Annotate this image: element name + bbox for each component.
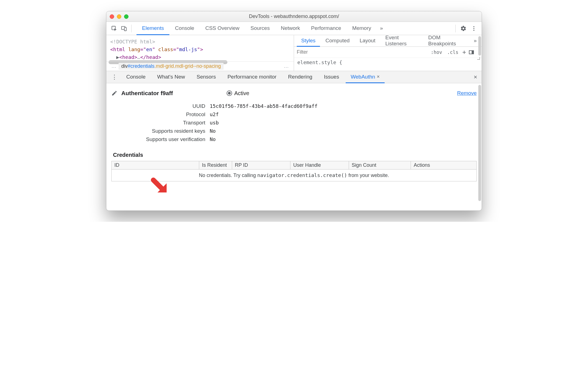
prop-srk-value: No [210,128,216,134]
styles-sidebar: Styles Computed Layout Event Listeners D… [294,35,482,71]
tab-css-overview[interactable]: CSS Overview [200,22,245,35]
prop-protocol-label: Protocol [122,111,205,118]
tab-memory[interactable]: Memory [347,22,377,35]
crumb-ellipsis-right[interactable]: … [282,63,291,69]
annotation-arrow-icon [151,177,170,197]
kebab-menu-icon[interactable] [469,24,478,33]
elements-panel: <!DOCTYPE html> <html lang="en" class="m… [106,35,482,71]
tab-performance[interactable]: Performance [306,22,347,35]
prop-uuid-label: UUID [122,103,205,109]
inspect-element-icon[interactable] [110,24,119,33]
new-style-rule-icon[interactable]: + [462,48,466,56]
devtools-window: DevTools - webauthndemo.appspot.com/ [106,11,482,211]
styles-filter-input[interactable] [296,47,427,58]
window-titlebar: DevTools - webauthndemo.appspot.com/ [106,11,482,22]
drawer-tab-rendering[interactable]: Rendering [283,71,317,83]
drawer-tab-whats-new[interactable]: What's New [152,71,190,83]
svg-point-3 [473,26,474,27]
dom-html-tag[interactable]: <html lang="en" class="mdl-js"> [110,46,290,53]
tab-sources[interactable]: Sources [245,22,275,35]
active-radio[interactable]: Active [227,90,249,97]
hov-toggle[interactable]: :hov [430,49,443,55]
breadcrumb[interactable]: … div#credentials.mdl-grid.mdl-grid--no-… [106,61,294,71]
crumb-current[interactable]: div#credentials.mdl-grid.mdl-grid--no-sp… [119,63,224,70]
prop-suv-label: Supports user verification [122,136,205,142]
col-is-resident[interactable]: Is Resident [199,161,232,170]
tab-console[interactable]: Console [169,22,200,35]
drawer-tab-strip: ⋮ Console What's New Sensors Performance… [106,71,482,83]
drawer-tab-console[interactable]: Console [121,71,151,83]
prop-suv-value: No [210,136,216,142]
drawer-tab-performance-monitor[interactable]: Performance monitor [222,71,281,83]
col-user-handle[interactable]: User Handle [290,161,349,170]
window-title: DevTools - webauthndemo.appspot.com/ [249,14,339,19]
prop-protocol-value: u2f [210,111,219,117]
radio-dot-icon [227,90,232,96]
devtools-body: Elements Console CSS Overview Sources Ne… [106,22,482,210]
window-minimize-button[interactable] [117,14,121,19]
drawer-vertical-scrollbar[interactable] [478,85,481,201]
crumb-ellipsis-left[interactable]: … [109,63,119,69]
elements-vertical-scrollbar[interactable] [478,36,481,56]
settings-gear-icon[interactable] [459,24,468,33]
element-style-rule[interactable]: element.style { [294,58,482,67]
cls-toggle[interactable]: .cls [446,49,460,55]
dom-doctype: <!DOCTYPE html> [110,39,155,45]
prop-transport-label: Transport [122,120,205,126]
active-label: Active [234,90,249,97]
dom-tree[interactable]: <!DOCTYPE html> <html lang="en" class="m… [106,35,294,71]
drawer-tab-issues[interactable]: Issues [319,71,344,83]
drawer-tab-sensors[interactable]: Sensors [191,71,221,83]
edit-pencil-icon[interactable] [111,90,117,96]
close-drawer-icon[interactable]: × [472,74,479,81]
expand-arrow-icon[interactable]: ▶ [116,54,119,60]
dom-head-tag[interactable]: ▶<head>…</head> [110,53,290,61]
credentials-heading: Credentials [113,152,477,158]
col-id[interactable]: ID [112,161,199,170]
svg-point-5 [473,30,474,31]
authenticator-name: Authenticator f9aff [121,90,173,97]
prop-srk-label: Supports resident keys [122,128,205,134]
main-tabs-overflow[interactable]: » [377,22,386,35]
styles-tab-layout[interactable]: Layout [355,35,380,47]
device-toolbar-icon[interactable] [120,24,128,33]
drawer-menu-icon[interactable]: ⋮ [109,74,120,81]
styles-tab-event-listeners[interactable]: Event Listeners [381,35,422,47]
tab-elements[interactable]: Elements [136,22,169,35]
window-maximize-button[interactable] [124,14,128,19]
svg-point-4 [473,28,474,29]
webauthn-panel: Authenticator f9aff Active Remove UUID15… [106,83,482,210]
col-sign-count[interactable]: Sign Count [349,161,411,170]
styles-filter-row: :hov .cls + [294,47,482,58]
computed-pane-toggle-icon[interactable] [469,50,474,54]
authenticator-properties: UUID15c01f56-785f-43b4-ab58-4facd60f9aff… [122,103,477,142]
close-tab-icon[interactable]: × [377,74,380,80]
svg-rect-2 [124,27,126,31]
window-close-button[interactable] [110,14,114,19]
remove-link[interactable]: Remove [457,90,477,96]
prop-transport-value: usb [210,120,219,126]
main-tab-strip: Elements Console CSS Overview Sources Ne… [106,22,482,35]
tab-network[interactable]: Network [275,22,306,35]
styles-tab-computed[interactable]: Computed [321,35,354,47]
styles-tab-dom-breakpoints[interactable]: DOM Breakpoints [424,35,471,47]
styles-tab-strip: Styles Computed Layout Event Listeners D… [294,35,482,47]
drawer-tab-webauthn[interactable]: WebAuthn× [346,71,385,83]
col-rp-id[interactable]: RP ID [232,161,290,170]
col-actions[interactable]: Actions [411,161,477,170]
prop-uuid-value: 15c01f56-785f-43b4-ab58-4facd60f9aff [210,103,317,109]
styles-tab-styles[interactable]: Styles [297,35,320,47]
